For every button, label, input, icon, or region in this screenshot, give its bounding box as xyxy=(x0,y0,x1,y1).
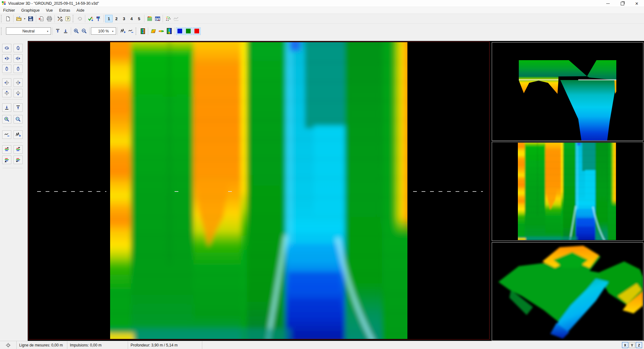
minimize-peaks-side-button[interactable] xyxy=(2,130,11,139)
toolbar-grip[interactable] xyxy=(73,15,75,22)
options-tools-button[interactable] xyxy=(56,15,64,23)
surface-flat-button[interactable] xyxy=(157,27,165,35)
surface-3d-button[interactable] xyxy=(149,27,157,35)
layers-lower-top-button[interactable] xyxy=(14,145,23,154)
view-mode-1-button[interactable]: 1 xyxy=(105,15,113,22)
toolbar-grip[interactable] xyxy=(1,27,3,35)
roll-left-button[interactable] xyxy=(2,65,11,73)
zoom-out-side-button[interactable] xyxy=(14,115,23,123)
measure-line-fragment xyxy=(228,191,232,192)
rotate-up-button[interactable] xyxy=(2,44,11,52)
axis-x-button[interactable]: X xyxy=(622,342,628,348)
undo-icon xyxy=(77,16,82,21)
colormap-thumbnail-button[interactable] xyxy=(139,27,147,35)
undo-button[interactable] xyxy=(76,15,84,23)
main-scan-view[interactable] xyxy=(28,42,490,340)
preview-window-button[interactable] xyxy=(154,15,161,23)
flip-right-button[interactable] xyxy=(14,54,23,63)
pan-left-button[interactable] xyxy=(2,78,11,87)
help-button[interactable]: ? xyxy=(64,15,72,23)
rotate-right-button[interactable] xyxy=(14,44,23,52)
flip-left-button[interactable] xyxy=(2,54,11,63)
grid-colored-icon xyxy=(147,16,153,21)
menu-graphique[interactable]: Graphique xyxy=(18,7,43,14)
axis-y-button[interactable]: Y xyxy=(629,342,635,348)
minimize-icon xyxy=(606,3,610,4)
open-file-button[interactable] xyxy=(15,15,23,23)
minimize-peaks-button[interactable] xyxy=(127,27,135,35)
tools-icon xyxy=(57,16,63,21)
toolbar-grip[interactable] xyxy=(136,27,137,35)
measure-line-left xyxy=(37,191,106,192)
pan-left-icon xyxy=(4,80,9,85)
peaks-minus-icon xyxy=(128,28,134,34)
pan-up-button[interactable] xyxy=(2,89,11,97)
axis-z-button[interactable]: Z xyxy=(636,342,642,348)
chevron-down-icon: ▼ xyxy=(24,18,26,20)
close-button[interactable]: ✕ xyxy=(630,0,644,7)
signal-graph-icon xyxy=(173,16,179,21)
grid-view-button[interactable] xyxy=(146,15,154,23)
chevron-down-icon: ▼ xyxy=(47,30,49,32)
color-filter-dropdown[interactable]: Neutral ▼ xyxy=(6,27,51,35)
scan-position-icon xyxy=(5,342,11,348)
preview-perspective-3d[interactable] xyxy=(492,242,643,341)
view-mode-4-button[interactable]: 4 xyxy=(128,15,135,22)
export-report-button[interactable] xyxy=(37,15,45,23)
zoom-out-button[interactable] xyxy=(80,27,88,35)
pan-down-button[interactable] xyxy=(14,89,23,97)
preview-side-profile[interactable] xyxy=(492,42,643,141)
add-measure-points-button[interactable] xyxy=(87,15,94,23)
zoom-in-side-button[interactable] xyxy=(2,115,11,123)
add-marker-flag-button[interactable] xyxy=(94,15,102,23)
status-depth: Profondeur: 3,90 m / 5,14 m xyxy=(128,341,202,349)
new-document-button[interactable] xyxy=(4,15,12,23)
channel-green-button[interactable] xyxy=(184,27,192,35)
rotate-right-icon xyxy=(15,45,21,51)
menu-vue[interactable]: Vue xyxy=(43,7,56,14)
maximize-peaks-button[interactable] xyxy=(119,27,127,35)
menu-aide[interactable]: Aide xyxy=(73,7,87,14)
toolbar-grip[interactable] xyxy=(1,15,3,22)
restore-icon xyxy=(621,2,624,5)
save-button[interactable] xyxy=(27,15,35,23)
depth-down-button[interactable] xyxy=(2,103,11,112)
zoom-level-dropdown[interactable]: 100 % ▼ xyxy=(91,27,116,35)
help-icon: ? xyxy=(65,16,70,21)
view-mode-2-button[interactable]: 2 xyxy=(113,15,120,22)
minimize-button[interactable] xyxy=(601,0,615,7)
new-document-icon xyxy=(5,16,11,21)
layers-raise-bottom-button[interactable] xyxy=(2,156,11,164)
channel-blue-button[interactable] xyxy=(176,27,184,35)
zoom-in-button[interactable] xyxy=(72,27,80,35)
ground-scan-heatmap[interactable] xyxy=(110,42,407,339)
align-top-button[interactable] xyxy=(54,27,62,35)
print-button[interactable] xyxy=(45,15,53,23)
marker-flag-icon xyxy=(96,16,101,21)
maximize-peaks-side-button[interactable] xyxy=(14,130,23,139)
scatter-view-button[interactable] xyxy=(164,15,172,23)
surface-3d-icon xyxy=(150,29,156,33)
view-toolbar: Neutral ▼ 100 % ▼ xyxy=(0,24,644,38)
colormap-full-button[interactable] xyxy=(165,27,173,35)
layers-lower-bottom-button[interactable] xyxy=(14,156,23,164)
depth-up-button[interactable] xyxy=(14,103,23,112)
align-bottom-button[interactable] xyxy=(62,27,70,35)
pan-right-button[interactable] xyxy=(14,78,23,87)
channel-red-button[interactable] xyxy=(193,27,201,35)
red-channel-swatch xyxy=(194,29,199,33)
view-mode-3-button[interactable]: 3 xyxy=(120,15,128,22)
view-mode-5-button[interactable]: 5 xyxy=(135,15,143,22)
menu-extras[interactable]: Extras xyxy=(56,7,73,14)
preview-top-down[interactable] xyxy=(492,142,643,241)
restore-button[interactable] xyxy=(615,0,630,7)
signal-graph-button[interactable] xyxy=(172,15,180,23)
surface-flat-icon xyxy=(158,30,164,33)
open-file-dropdown[interactable]: ▼ xyxy=(23,15,27,23)
color-filter-value: Neutral xyxy=(22,29,35,33)
layers-raise-top-button[interactable] xyxy=(2,145,11,154)
layers-lower-top-icon xyxy=(15,147,21,152)
menu-fichier[interactable]: Fichier xyxy=(0,7,18,14)
roll-right-button[interactable] xyxy=(14,65,23,73)
zoom-in-icon xyxy=(74,28,79,34)
